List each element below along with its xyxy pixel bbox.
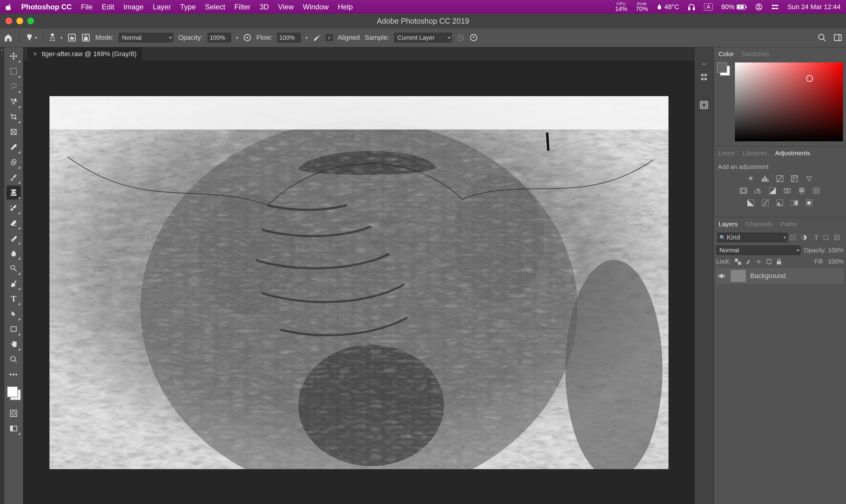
- move-tool[interactable]: [6, 49, 21, 63]
- history-brush-tool[interactable]: [6, 201, 21, 215]
- toolbar-collapse[interactable]: ▸: [0, 47, 4, 504]
- filter-pixel-icon[interactable]: [790, 234, 799, 240]
- opacity-input[interactable]: [208, 33, 231, 42]
- lock-all-icon[interactable]: [776, 259, 782, 265]
- zoom-window-button[interactable]: [27, 18, 34, 24]
- black-white-icon[interactable]: [768, 187, 777, 195]
- hand-tool[interactable]: [6, 337, 21, 351]
- pen-tool[interactable]: [6, 276, 21, 290]
- dodge-tool[interactable]: [6, 262, 21, 275]
- swatches-tab[interactable]: Swatches: [742, 50, 769, 58]
- user-icon[interactable]: [755, 3, 762, 11]
- menu-edit[interactable]: Edit: [102, 3, 114, 11]
- apple-logo-icon[interactable]: [5, 4, 12, 10]
- zoom-tool[interactable]: [6, 353, 21, 366]
- selective-color-icon[interactable]: [805, 199, 813, 207]
- rectangle-tool[interactable]: [6, 322, 21, 336]
- canvas-viewport[interactable]: [23, 61, 694, 504]
- libraries-tab[interactable]: Libraries: [743, 149, 768, 157]
- lock-position-icon[interactable]: [756, 259, 762, 265]
- control-center-icon[interactable]: [771, 4, 779, 10]
- color-swatches[interactable]: [6, 386, 21, 400]
- brush-panel-toggle-icon[interactable]: [67, 33, 76, 42]
- ignore-adjustment-layers-icon[interactable]: [457, 34, 464, 41]
- photo-filter-icon[interactable]: [782, 187, 792, 195]
- layers-tab[interactable]: Layers: [719, 220, 738, 228]
- sample-select[interactable]: Current Layer: [394, 33, 452, 42]
- eyedropper-tool[interactable]: [6, 140, 21, 154]
- filter-smart-icon[interactable]: [834, 234, 842, 240]
- type-tool[interactable]: T: [6, 292, 21, 306]
- threshold-icon[interactable]: [775, 199, 785, 207]
- close-tab-icon[interactable]: ×: [33, 50, 37, 58]
- menu-type[interactable]: Type: [180, 3, 196, 11]
- expand-dock-icon[interactable]: ◂◂: [702, 61, 706, 66]
- lock-transparency-icon[interactable]: [735, 259, 741, 265]
- layer-filter-kind[interactable]: 🔍Kind▾: [717, 233, 788, 242]
- clock[interactable]: Sun 24 Mar 12:44: [788, 3, 841, 11]
- menu-3d[interactable]: 3D: [260, 3, 269, 11]
- exposure-icon[interactable]: [790, 175, 799, 183]
- menu-help[interactable]: Help: [338, 3, 353, 11]
- color-picker[interactable]: [735, 62, 843, 141]
- color-balance-icon[interactable]: [754, 187, 762, 195]
- visibility-icon[interactable]: [718, 273, 726, 279]
- menu-filter[interactable]: Filter: [234, 3, 250, 11]
- invert-icon[interactable]: [746, 199, 755, 207]
- menu-select[interactable]: Select: [205, 3, 225, 11]
- pressure-opacity-icon[interactable]: [243, 33, 251, 42]
- pressure-size-icon[interactable]: [470, 33, 478, 42]
- path-select-tool[interactable]: [6, 307, 21, 321]
- color-lookup-icon[interactable]: [812, 187, 821, 195]
- brush-tool[interactable]: [6, 170, 21, 184]
- filter-shape-icon[interactable]: [823, 234, 831, 240]
- healing-brush-tool[interactable]: [6, 155, 21, 169]
- menu-file[interactable]: File: [81, 3, 93, 11]
- menu-image[interactable]: Image: [123, 3, 144, 11]
- canvas[interactable]: [50, 96, 669, 469]
- posterize-icon[interactable]: [761, 199, 770, 207]
- filter-adjust-icon[interactable]: [801, 234, 810, 240]
- brightness-icon[interactable]: ☀: [746, 175, 755, 183]
- search-icon[interactable]: [817, 33, 827, 42]
- channel-mixer-icon[interactable]: [797, 187, 806, 195]
- layer-row[interactable]: Background: [716, 268, 844, 284]
- menu-view[interactable]: View: [278, 3, 294, 11]
- minimize-window-button[interactable]: [16, 18, 23, 24]
- frame-tool[interactable]: [6, 125, 21, 139]
- home-icon[interactable]: [4, 33, 13, 42]
- airbrush-icon[interactable]: [313, 33, 321, 42]
- marquee-tool[interactable]: [6, 64, 21, 78]
- document-tab[interactable]: × tiger-after.raw @ 169% (Gray/8): [28, 47, 142, 61]
- tool-preset-picker[interactable]: ▾: [25, 33, 37, 42]
- app-name[interactable]: Photoshop CC: [21, 3, 72, 11]
- fill-value[interactable]: 100%: [828, 258, 844, 265]
- paths-tab[interactable]: Paths: [780, 220, 797, 228]
- layer-name[interactable]: Background: [750, 272, 786, 280]
- battery-indicator[interactable]: 80%: [721, 3, 747, 11]
- screen-mode-icon[interactable]: [6, 421, 21, 435]
- properties-panel-icon[interactable]: [699, 100, 709, 110]
- layer-thumbnail[interactable]: [731, 270, 746, 282]
- menu-layer[interactable]: Layer: [153, 3, 171, 11]
- lasso-tool[interactable]: [6, 79, 21, 93]
- edit-toolbar[interactable]: •••: [6, 367, 21, 381]
- levels-icon[interactable]: [761, 175, 770, 183]
- input-source-indicator[interactable]: A: [704, 3, 713, 11]
- blur-tool[interactable]: [6, 246, 21, 260]
- curves-icon[interactable]: [775, 175, 785, 183]
- clone-stamp-tool[interactable]: [6, 185, 21, 200]
- brush-preset-picker[interactable]: 21: [50, 33, 55, 42]
- clone-source-panel-icon[interactable]: [81, 33, 90, 42]
- workspace-switcher-icon[interactable]: [833, 33, 842, 42]
- adjustments-tab[interactable]: Adjustments: [775, 149, 810, 157]
- headphones-icon[interactable]: [688, 3, 695, 11]
- lock-image-icon[interactable]: [745, 259, 751, 265]
- filter-type-icon[interactable]: T: [812, 234, 821, 241]
- layer-blend-select[interactable]: Normal: [716, 245, 801, 255]
- eraser-tool[interactable]: [6, 216, 21, 230]
- layer-opacity-value[interactable]: 100%: [828, 247, 844, 254]
- close-window-button[interactable]: [5, 18, 12, 24]
- quick-mask-icon[interactable]: [6, 406, 21, 420]
- vibrance-icon[interactable]: ▽: [805, 175, 813, 183]
